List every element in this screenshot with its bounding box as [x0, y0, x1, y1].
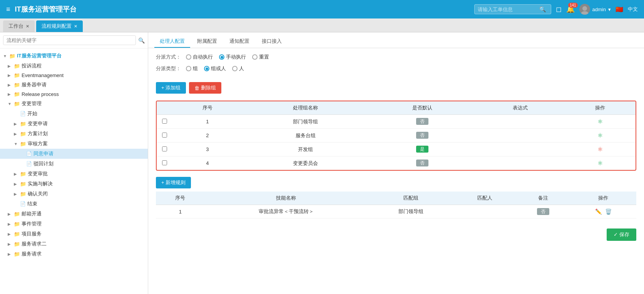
tree-folder-event-mgmt: 📁: [14, 221, 20, 227]
save-button[interactable]: ✓ 保存: [607, 228, 636, 241]
sidebar-search-icon[interactable]: 🔍: [138, 37, 145, 44]
radio-person-only[interactable]: 人: [232, 65, 244, 72]
tree-folder-release-process: 📁: [14, 91, 20, 97]
form-section: 分派方式： 自动执行 手动执行 重置: [148, 48, 644, 82]
rule-row1-note-badge: 否: [537, 208, 549, 215]
radio-auto-exec[interactable]: 自动执行: [186, 54, 213, 60]
radio-group-or-person[interactable]: 组或人: [204, 65, 226, 72]
search-icon[interactable]: 🔍: [539, 6, 546, 12]
tree-item-implement[interactable]: ▶ 📁 实施与解决: [0, 179, 148, 189]
row3-config-icon[interactable]: ⚛: [597, 146, 603, 153]
radio-group-only-label: 组: [193, 65, 198, 72]
rule-col-note: 备注: [516, 192, 570, 205]
delete-group-label: 删除组: [201, 84, 216, 91]
language-label[interactable]: 中文: [628, 6, 638, 13]
radio-manual-exec[interactable]: 手动执行: [219, 54, 246, 60]
row2-expr: [476, 129, 565, 143]
delete-group-button[interactable]: 🗑 删除组: [189, 82, 221, 94]
tab-workbench-label: 工作台: [8, 23, 23, 30]
tree: ▼ 📁 IT服务运营管理平台 ▶ 📁 投诉流程 ▶ 📁 Eventmanagem…: [0, 49, 148, 294]
row1-config-icon[interactable]: ⚛: [597, 118, 603, 125]
rule-row1-match-person: [454, 205, 516, 218]
tree-folder-service-req2: 📁: [14, 241, 20, 247]
tree-item-service-req[interactable]: ▶ 📁 服务请求: [0, 249, 148, 259]
tab-flow-config[interactable]: 流程规则配置 ✕: [36, 20, 83, 32]
sub-tab-interface[interactable]: 接口接入: [256, 35, 287, 48]
tree-item-reject-plan[interactable]: ▶ 📄 驳回计划: [0, 159, 148, 169]
tree-item-change-mgmt[interactable]: ▼ 📁 变更管理: [0, 99, 148, 109]
tree-item-release-process[interactable]: ▶ 📁 Release process: [0, 90, 148, 99]
rule-row1-edit-icon[interactable]: ✏️: [595, 208, 602, 215]
sub-tab-attachment-config[interactable]: 附属配置: [192, 35, 222, 48]
tree-folder-change-approve: 📁: [20, 171, 26, 177]
table-row: 3 开发组 是 ⚛: [157, 143, 636, 156]
username: admin: [592, 7, 606, 12]
col-operation: 操作: [565, 101, 636, 115]
col-expression: 表达式: [476, 101, 565, 115]
tree-item-root[interactable]: ▼ 📁 IT服务运营管理平台: [0, 51, 148, 61]
radio-group-only[interactable]: 组: [186, 65, 198, 72]
tree-item-event-mgmt[interactable]: ▶ 📁 事件管理: [0, 219, 148, 229]
row1-default: 否: [368, 115, 476, 129]
flag-icon: 🇨🇳: [616, 6, 623, 13]
tree-item-approve-apply[interactable]: ▶ 📄 同意申请: [0, 149, 148, 159]
checkbox-row2[interactable]: [162, 133, 167, 138]
row3-name: 开发组: [243, 143, 369, 156]
checkbox-row4[interactable]: [162, 160, 167, 165]
tree-item-review[interactable]: ▼ 📁 审核方案: [0, 139, 148, 149]
radio-reset[interactable]: 重置: [252, 54, 269, 60]
row1-name: 部门领导组: [243, 115, 369, 129]
tree-label-eventmgmt: Eventmanagement: [22, 72, 64, 78]
sub-tab-notification-config[interactable]: 通知配置: [224, 35, 255, 48]
rule-row1-delete-icon[interactable]: 🗑️: [605, 208, 612, 215]
tree-item-change-approve[interactable]: ▶ 📁 变更审批: [0, 169, 148, 179]
tree-label-root: IT服务运营管理平台: [17, 52, 62, 59]
cube-icon[interactable]: ◻: [556, 5, 562, 13]
search-input[interactable]: [478, 7, 539, 12]
row3-checkbox[interactable]: [157, 143, 172, 156]
table-row: 2 服务台组 否 ⚛: [157, 129, 636, 143]
row4-op: ⚛: [565, 156, 636, 170]
tree-arrow-service-req: ▶: [8, 252, 12, 256]
row4-checkbox[interactable]: [157, 156, 172, 170]
row2-config-icon[interactable]: ⚛: [597, 132, 603, 139]
tree-item-end[interactable]: ▶ 📄 结束: [0, 199, 148, 209]
row1-checkbox[interactable]: [157, 115, 172, 129]
add-rule-button[interactable]: + 新增规则: [156, 177, 191, 188]
dropdown-icon: ▾: [608, 7, 611, 12]
tree-item-server-apply[interactable]: ▶ 📁 服务器申请: [0, 80, 148, 90]
checkbox-row1[interactable]: [162, 119, 167, 124]
tree-item-complaints[interactable]: ▶ 📁 投诉流程: [0, 61, 148, 71]
tree-item-start[interactable]: ▶ 📄 开始: [0, 109, 148, 119]
user-info[interactable]: admin ▾: [579, 4, 611, 15]
row4-config-icon[interactable]: ⚛: [597, 160, 603, 166]
row4-name: 变更委员会: [243, 156, 369, 170]
tab-workbench[interactable]: 工作台 ✕: [3, 20, 35, 32]
row4-default-badge: 否: [416, 160, 428, 166]
tab-flow-config-close[interactable]: ✕: [74, 24, 77, 29]
menu-icon[interactable]: ≡: [6, 5, 10, 13]
add-group-button[interactable]: + 添加组: [156, 82, 186, 94]
tree-item-service-req2[interactable]: ▶ 📁 服务请求二: [0, 239, 148, 249]
tree-item-mailbox[interactable]: ▶ 📁 邮箱开通: [0, 209, 148, 219]
tab-workbench-close[interactable]: ✕: [26, 24, 29, 29]
sidebar-search-input[interactable]: [3, 35, 136, 45]
checkbox-row3[interactable]: [162, 146, 167, 151]
tree-folder-root: 📁: [9, 53, 15, 59]
row2-name: 服务台组: [243, 129, 369, 143]
tree-item-confirm-close[interactable]: ▶ 📁 确认关闭: [0, 189, 148, 199]
tree-item-change-apply[interactable]: ▶ 📁 变更申请: [0, 119, 148, 129]
notification-icon[interactable]: 🔔 141: [566, 5, 575, 13]
tree-label-confirm-close: 确认关闭: [28, 190, 48, 197]
search-box[interactable]: 🔍: [474, 4, 551, 14]
tree-item-project[interactable]: ▶ 📁 项目服务: [0, 229, 148, 239]
tree-item-plan[interactable]: ▶ 📁 方案计划: [0, 129, 148, 139]
row2-checkbox[interactable]: [157, 129, 172, 143]
tree-arrow-review: ▼: [14, 142, 18, 146]
radio-reset-circle: [252, 54, 258, 60]
tree-item-eventmgmt[interactable]: ▶ 📁 Eventmanagement: [0, 71, 148, 80]
tree-folder-implement: 📁: [20, 181, 26, 187]
sub-tabs: 处理人配置 附属配置 通知配置 接口接入: [148, 32, 644, 48]
sub-tab-handler-config[interactable]: 处理人配置: [154, 35, 190, 48]
tree-folder-confirm-close: 📁: [20, 191, 26, 197]
